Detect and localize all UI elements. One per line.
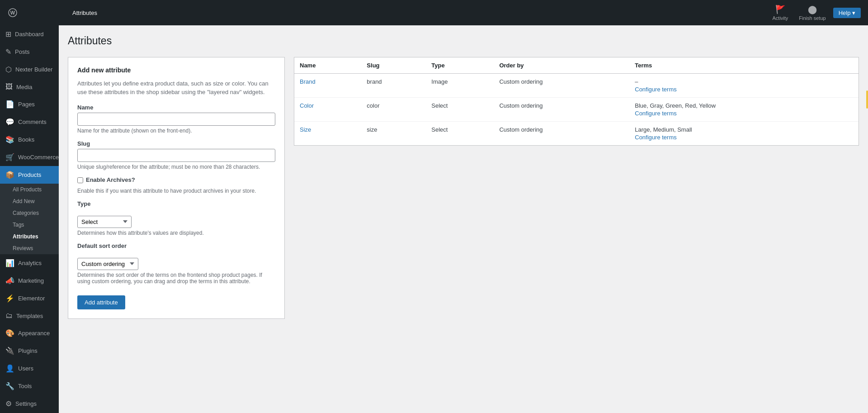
appearance-icon: 🎨 [5, 329, 14, 337]
settings-icon: ⚙ [5, 399, 12, 408]
main-content: Attributes Add new attribute Attributes … [59, 25, 868, 413]
enable-archives-hint: Enable this if you want this attribute t… [77, 188, 275, 194]
sidebar-item-label: Dashboard [15, 31, 44, 38]
posts-icon: ✎ [5, 47, 11, 56]
sidebar-item-books[interactable]: 📚 Books [0, 131, 59, 148]
sidebar-item-tools[interactable]: 🔧 Tools [0, 377, 59, 395]
sidebar-item-marketing[interactable]: 📣 Marketing [0, 272, 59, 290]
cell-name: Size [294, 121, 361, 145]
terms-value: – [635, 78, 853, 85]
enable-archives-label: Enable Archives? [86, 176, 135, 183]
sidebar-item-templates[interactable]: 🗂 Templates [0, 307, 59, 324]
cell-terms: – Configure terms [629, 73, 859, 97]
sidebar-item-label: Books [18, 136, 34, 143]
elementor-icon: ⚡ [5, 294, 14, 303]
sidebar-item-media[interactable]: 🖼 Media [0, 78, 59, 95]
enable-archives-group: Enable Archives? Enable this if you want… [77, 176, 275, 194]
form-description: Attributes let you define extra product … [77, 79, 275, 97]
attributes-table-panel: Name Slug Type Order by Terms Brand bran… [294, 57, 859, 146]
name-label: Name [77, 104, 275, 111]
submenu-attributes[interactable]: Attributes [0, 231, 59, 242]
sidebar-item-dashboard[interactable]: ⊞ Dashboard [0, 25, 59, 43]
attribute-name-link[interactable]: Color [300, 102, 314, 109]
sidebar-item-label: Nexter Builder [15, 66, 52, 73]
comments-icon: 💬 [5, 118, 14, 126]
sidebar-item-label: Analytics [18, 260, 42, 266]
col-name: Name [294, 57, 361, 74]
cell-terms: Large, Medium, Small Configure terms [629, 121, 859, 145]
tools-icon: 🔧 [5, 382, 14, 390]
configure-terms-link[interactable]: Configure terms [635, 134, 853, 141]
sidebar-item-elementor[interactable]: ⚡ Elementor [0, 290, 59, 307]
woocommerce-icon: 🛒 [5, 153, 14, 161]
enable-archives-checkbox[interactable] [77, 177, 83, 183]
add-attribute-form: Add new attribute Attributes let you def… [68, 57, 285, 319]
col-terms: Terms [629, 57, 859, 74]
col-type: Type [426, 57, 494, 74]
sidebar: ⊞ Dashboard ✎ Posts ⬡ Nexter Builder 🖼 M… [0, 25, 59, 413]
slug-hint: Unique slug/reference for the attribute;… [77, 164, 275, 170]
sidebar-item-comments[interactable]: 💬 Comments [0, 113, 59, 131]
cell-slug: color [361, 97, 426, 121]
sidebar-item-products[interactable]: 📦 Products [0, 166, 59, 184]
cell-name: Color [294, 97, 361, 121]
sort-order-field-group: Default sort order Custom ordering Name … [77, 242, 275, 285]
sidebar-item-woocommerce[interactable]: 🛒 WooCommerce [0, 148, 59, 166]
configure-terms-link[interactable]: Configure terms [635, 86, 853, 93]
cell-name: Brand [294, 73, 361, 97]
books-icon: 📚 [5, 135, 14, 144]
sidebar-item-label: Settings [15, 400, 37, 407]
sidebar-item-posts[interactable]: ✎ Posts [0, 43, 59, 61]
products-submenu: All Products Add New Categories Tags Att… [0, 184, 59, 254]
users-icon: 👤 [5, 364, 14, 373]
activity-button[interactable]: 🚩 Activity [769, 3, 792, 23]
sidebar-item-label: Tools [18, 383, 32, 389]
sort-order-select[interactable]: Custom ordering Name Name (numeric) Term… [77, 258, 138, 270]
sidebar-item-settings[interactable]: ⚙ Settings [0, 395, 59, 413]
media-icon: 🖼 [5, 83, 13, 91]
sort-order-hint: Determines the sort order of the terms o… [77, 272, 275, 285]
finish-setup-icon: ⬤ [808, 5, 817, 14]
nexter-icon: ⬡ [5, 65, 12, 74]
slug-input[interactable] [77, 149, 275, 162]
sidebar-item-label: Plugins [18, 347, 38, 354]
dashboard-icon: ⊞ [5, 30, 11, 38]
attribute-name-link[interactable]: Size [300, 126, 311, 133]
sidebar-item-label: Pages [18, 101, 35, 108]
terms-value: Large, Medium, Small [635, 126, 853, 133]
submenu-categories[interactable]: Categories [0, 207, 59, 219]
configure-terms-link[interactable]: Configure terms [635, 110, 853, 117]
type-hint: Determines how this attribute's values a… [77, 230, 275, 236]
add-attribute-button[interactable]: Add attribute [77, 295, 125, 309]
sidebar-item-label: Appearance [18, 330, 50, 337]
sidebar-item-nexter-builder[interactable]: ⬡ Nexter Builder [0, 61, 59, 78]
sidebar-item-users[interactable]: 👤 Users [0, 360, 59, 377]
sidebar-item-label: Templates [16, 313, 43, 319]
activity-label: Activity [772, 15, 788, 21]
sidebar-item-analytics[interactable]: 📊 Analytics [0, 254, 59, 272]
type-field-group: Type Select Text Color Image Determines … [77, 200, 275, 236]
top-bar: W Attributes 🚩 Activity ⬤ Finish setup H… [0, 0, 868, 25]
table-header-row: Name Slug Type Order by Terms [294, 57, 859, 74]
type-select[interactable]: Select Text Color Image [77, 216, 132, 228]
yellow-accent-bar [866, 90, 868, 109]
products-icon: 📦 [5, 171, 14, 179]
activity-icon: 🚩 [775, 5, 785, 14]
sidebar-item-label: Media [16, 84, 32, 90]
sort-order-label: Default sort order [77, 242, 275, 249]
help-button[interactable]: Help ▾ [833, 8, 861, 18]
topbar-page-title: Attributes [72, 9, 97, 16]
cell-order-by: Custom ordering [494, 121, 629, 145]
sidebar-item-plugins[interactable]: 🔌 Plugins [0, 342, 59, 360]
cell-type: Select [426, 121, 494, 145]
submenu-tags[interactable]: Tags [0, 219, 59, 231]
submenu-all-products[interactable]: All Products [0, 184, 59, 195]
name-input[interactable] [77, 113, 275, 126]
sidebar-item-appearance[interactable]: 🎨 Appearance [0, 324, 59, 342]
submenu-reviews[interactable]: Reviews [0, 242, 59, 254]
finish-setup-button[interactable]: ⬤ Finish setup [795, 3, 829, 23]
cell-terms: Blue, Gray, Green, Red, Yellow Configure… [629, 97, 859, 121]
submenu-add-new[interactable]: Add New [0, 195, 59, 207]
attribute-name-link[interactable]: Brand [300, 78, 316, 85]
sidebar-item-pages[interactable]: 📄 Pages [0, 95, 59, 113]
